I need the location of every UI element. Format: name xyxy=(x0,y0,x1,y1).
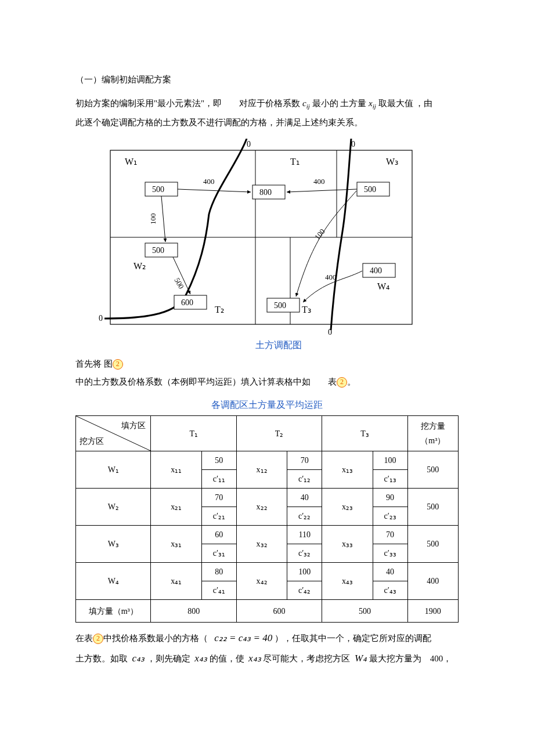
equation: c₂₂ = c₄₃ = 40 xyxy=(214,632,272,643)
text: 首先将 图 xyxy=(75,359,113,368)
text: 尽可能大，考虑挖方区 xyxy=(263,654,350,663)
lbl-W2: W₂ xyxy=(134,261,146,271)
text: 最小的 土方量 xyxy=(312,99,367,108)
cell-c: c′₃₁ xyxy=(201,544,236,563)
lbl-T1: T₁ xyxy=(290,157,300,167)
cell-val: 40 xyxy=(287,489,322,507)
cell-val: 80 xyxy=(201,563,236,581)
cell-x: x₃₁ xyxy=(151,526,201,563)
cell-c: c′₁₃ xyxy=(373,470,407,489)
col-T2: T₂ xyxy=(236,416,322,451)
lbl-zero: 0 xyxy=(247,140,251,149)
cell-c: c′₃₂ xyxy=(287,544,322,563)
earthwork-diagram-svg: W₁ T₁ W₃ W₂ T₂ T₃ W₄ 0 0 0 0 500 800 500… xyxy=(99,139,424,336)
text: 。 xyxy=(347,377,356,386)
cell-c: c′₄₁ xyxy=(201,581,236,600)
earthwork-table: 填方区 挖方区 T₁ T₂ T₃ 挖方量（m³） W₁ x₁₁ 50 x₁₂ 7… xyxy=(75,415,459,623)
cell-val: 50 xyxy=(201,451,236,470)
lbl-W1: W₁ xyxy=(125,157,137,167)
lbl-T3: T₃ xyxy=(302,305,311,314)
cell-x: x₁₃ xyxy=(322,451,373,489)
cell-x: x₃₂ xyxy=(236,526,287,563)
box: 500 xyxy=(274,301,286,310)
text: ，则先确定 xyxy=(147,654,190,663)
cell-val: 40 xyxy=(373,563,407,581)
cell-x: x₁₂ xyxy=(236,451,287,489)
hdr-fill: 填方区 xyxy=(121,418,146,433)
text: 土方数。如取 xyxy=(75,654,128,663)
edge: 400 xyxy=(313,177,325,186)
edge: 500 xyxy=(172,276,186,290)
col-T3: T₃ xyxy=(322,416,407,451)
lbl-zero: 0 xyxy=(351,140,355,149)
cell-c: c′₁₂ xyxy=(287,470,322,489)
col-cutvol: 挖方量（m³） xyxy=(407,416,458,451)
box: 400 xyxy=(370,266,382,275)
cell-vol: 400 xyxy=(407,563,458,600)
text: 在表 xyxy=(75,634,93,643)
table-caption: 各调配区土方量及平均运距 xyxy=(75,397,459,414)
symbol-W4: W₄ xyxy=(355,653,367,664)
circled-ref-icon: 2 xyxy=(93,634,103,644)
row-W1: W₁ xyxy=(76,451,151,489)
cell-x: x₄₃ xyxy=(322,563,373,600)
svg-line-12 xyxy=(178,189,251,192)
foot-val: 500 xyxy=(322,600,407,623)
cell-c: c′₄₃ xyxy=(373,581,407,600)
para-3: 中的土方数及价格系数（本例即平均运距）填入计算表格中如 表2。 xyxy=(75,374,459,390)
lbl-W3: W₃ xyxy=(386,157,398,167)
edge: 100 xyxy=(313,227,327,241)
box: 800 xyxy=(259,188,272,197)
circled-ref-icon: 2 xyxy=(113,359,123,370)
para-5: 土方数。如取 c₄₃ ，则先确定 x₄₃ 的值，使 x₄₃ 尽可能大，考虑挖方区… xyxy=(75,650,459,668)
foot-total: 1900 xyxy=(407,600,458,623)
cell-val: 70 xyxy=(201,489,236,507)
cell-val: 90 xyxy=(373,489,407,507)
box: 500 xyxy=(152,246,164,255)
cell-c: c′₁₁ xyxy=(201,470,236,489)
para-2: 首先将 图2 xyxy=(75,356,459,372)
circled-ref-icon: 2 xyxy=(337,377,347,388)
box: 600 xyxy=(181,298,193,307)
text: 中的土方数及价格系数（本例即平均运距）填入计算表格中如 xyxy=(75,377,311,386)
cell-val: 70 xyxy=(287,451,322,470)
cell-val: 100 xyxy=(287,563,322,581)
text: 初始方案的编制采用"最小元素法"，即 对应于价格系数 xyxy=(75,99,300,108)
row-W2: W₂ xyxy=(76,489,151,526)
lbl-zero: 0 xyxy=(328,328,332,336)
foot-val: 800 xyxy=(151,600,236,623)
lbl-T2: T₂ xyxy=(215,305,224,314)
lbl-W4: W₄ xyxy=(377,281,389,291)
para-1b: 此逐个确定调配方格的土方数及不进行调配的方格，并满足上述约束关系。 xyxy=(75,115,459,131)
cell-x: x₃₃ xyxy=(322,526,373,563)
para-1: 初始方案的编制采用"最小元素法"，即 对应于价格系数 cij 最小的 土方量 x… xyxy=(75,96,459,113)
edge: 100 xyxy=(149,213,157,225)
cell-val: 110 xyxy=(287,526,322,544)
symbol-c43: c₄₃ xyxy=(132,653,145,664)
hdr-cut: 挖方区 xyxy=(80,434,104,448)
cell-c: c′₂₁ xyxy=(201,507,236,526)
lbl-zero: 0 xyxy=(99,314,103,323)
symbol-xij: xij xyxy=(369,99,376,108)
cell-x: x₄₁ xyxy=(151,563,201,600)
symbol-cij: cij xyxy=(302,99,310,108)
cell-val: 100 xyxy=(373,451,407,470)
svg-line-15 xyxy=(173,257,190,294)
text: 的值，使 xyxy=(210,654,244,663)
row-W4: W₄ xyxy=(76,563,151,600)
cell-vol: 500 xyxy=(407,451,458,489)
col-T1: T₁ xyxy=(151,416,236,451)
cell-c: c′₂₂ xyxy=(287,507,322,526)
box: 500 xyxy=(364,185,376,194)
edge: 400 xyxy=(325,273,337,281)
svg-line-14 xyxy=(161,196,165,242)
box: 500 xyxy=(152,185,164,194)
foot-label: 填方量（m³） xyxy=(76,600,151,623)
cell-x: x₄₂ xyxy=(236,563,287,600)
cell-val: 70 xyxy=(373,526,407,544)
cell-vol: 500 xyxy=(407,526,458,563)
row-W3: W₃ xyxy=(76,526,151,563)
text: ），任取其中一个，确定它所对应的调配 xyxy=(275,634,431,643)
cell-c: c′₂₃ xyxy=(373,507,407,526)
symbol-x43: x₄₃ xyxy=(194,653,207,664)
